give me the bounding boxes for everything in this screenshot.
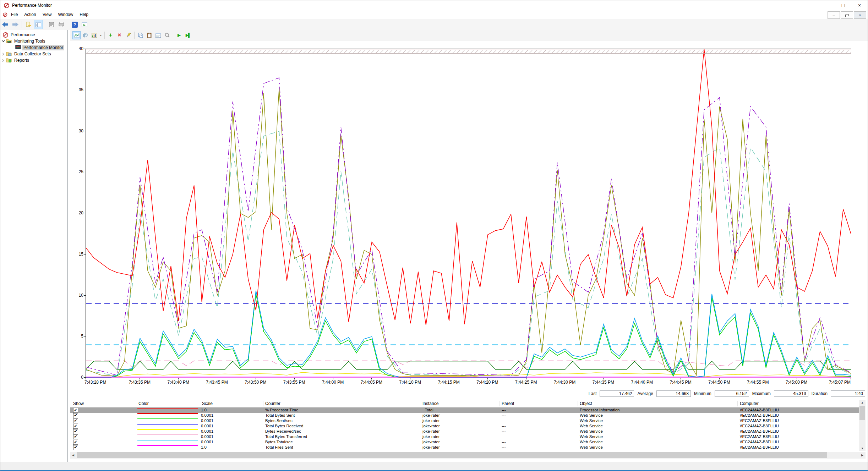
col-header-object[interactable]: Object <box>580 401 592 406</box>
col-header-computer[interactable]: Computer <box>740 401 759 406</box>
col-header-scale[interactable]: Scale <box>202 401 213 406</box>
instance-cell: joke-rater <box>422 434 440 439</box>
col-header-parent[interactable]: Parent <box>502 401 514 406</box>
tree-item-label: Performance <box>10 32 36 38</box>
mdi-window-controls: – × <box>828 11 866 19</box>
scrollbar-thumb[interactable] <box>77 452 827 458</box>
view-chart-icon[interactable] <box>72 31 81 39</box>
counter-color-swatch <box>137 418 198 419</box>
instance-cell: joke-rater <box>422 424 440 428</box>
x-tick-label: 7:43:28 PM <box>84 380 106 385</box>
menu-action[interactable]: Action <box>21 11 39 18</box>
show-checkbox[interactable]: ✔ <box>73 434 78 439</box>
last-label: Last <box>589 391 597 396</box>
maximize-button[interactable]: □ <box>835 0 851 10</box>
show-checkbox[interactable]: ✔ <box>73 408 78 413</box>
show-checkbox[interactable]: ✔ <box>73 418 78 423</box>
show-checkbox[interactable]: ✔ <box>73 445 78 450</box>
close-button[interactable]: × <box>851 0 868 10</box>
counter-row-bytes-received-sec[interactable]: ✔0.0001Bytes Received/secjoke-rater---We… <box>70 429 859 434</box>
show-checkbox[interactable]: ✔ <box>73 413 78 418</box>
print-icon[interactable] <box>57 20 66 29</box>
back-icon[interactable] <box>1 20 10 29</box>
forward-icon[interactable] <box>11 20 20 29</box>
y-tick-mark <box>84 336 86 336</box>
new-window-icon[interactable] <box>80 20 89 29</box>
zoom-icon[interactable] <box>163 31 171 39</box>
tree-item-label: Reports <box>13 57 30 63</box>
mdi-close-button[interactable]: × <box>854 11 866 19</box>
freeze-display-icon[interactable]: ▶ <box>175 31 183 39</box>
counter-row-total-files-sent[interactable]: ✔1.0Total Files Sentjoke-rater---Web Ser… <box>70 445 859 450</box>
tree-item-data-collector-sets[interactable]: Data Collector Sets <box>0 51 67 57</box>
parent-cell: --- <box>502 445 506 449</box>
legend-horizontal-scrollbar[interactable]: ◀ ▶ <box>70 452 866 459</box>
tree-item-monitoring-tools[interactable]: Monitoring Tools <box>0 38 67 44</box>
counter-cell: Total Bytes Received <box>265 424 303 428</box>
object-cell: Web Service <box>580 418 603 423</box>
counter-row-total-bytes-received[interactable]: ✔0.0001Total Bytes Receivedjoke-rater---… <box>70 423 859 429</box>
show-checkbox[interactable]: ✔ <box>73 429 78 434</box>
col-header-instance[interactable]: Instance <box>422 401 438 406</box>
scrollbar-thumb[interactable] <box>859 406 865 420</box>
col-header-color[interactable]: Color <box>138 401 149 406</box>
chevron-down-icon[interactable] <box>0 38 6 44</box>
mdi-minimize-button[interactable]: – <box>828 11 840 19</box>
export-list-icon[interactable] <box>24 20 33 29</box>
chart-type-caret[interactable]: ▾ <box>99 31 103 39</box>
x-tick-mark <box>487 378 488 379</box>
mdi-restore-button[interactable] <box>841 11 853 19</box>
tree-item-performance[interactable]: Performance <box>0 32 67 38</box>
minimize-button[interactable]: – <box>819 0 835 10</box>
duration-value: 1:40 <box>831 390 865 397</box>
legend-vertical-scrollbar[interactable]: ▲ ▼ <box>859 400 866 451</box>
col-header-show[interactable]: Show <box>73 401 84 406</box>
view-report-icon[interactable] <box>90 31 98 39</box>
paste-counter-list-icon[interactable] <box>145 31 153 39</box>
menu-help[interactable]: Help <box>76 11 92 18</box>
chevron-right-icon[interactable] <box>0 51 6 57</box>
col-header-counter[interactable]: Counter <box>265 401 280 406</box>
show-hide-console-tree-icon[interactable] <box>34 20 43 29</box>
counter-row-bytes-total-sec[interactable]: ✔0.0001Bytes Total/secjoke-rater---Web S… <box>70 439 859 445</box>
help-icon[interactable]: ? <box>70 20 79 29</box>
x-tick-label: 7:44:10 PM <box>399 380 421 385</box>
properties-icon[interactable] <box>47 20 56 29</box>
y-tick-label: 10 <box>71 293 83 298</box>
delete-counter-icon[interactable]: × <box>115 31 124 39</box>
show-checkbox[interactable]: ✔ <box>73 440 78 445</box>
y-tick-label: 25 <box>71 169 83 174</box>
tree-item-reports[interactable]: Reports <box>0 57 67 64</box>
counter-row-total-bytes-sent[interactable]: ✔0.0001Total Bytes Sentjoke-rater---Web … <box>70 413 859 418</box>
y-tick-label: 5 <box>71 334 83 339</box>
counter-row-bytes-sent-sec[interactable]: ✔0.0001Bytes Sent/secjoke-rater---Web Se… <box>70 418 859 423</box>
series--processor-time <box>86 49 851 325</box>
show-checkbox[interactable]: ✔ <box>73 424 78 429</box>
copy-properties-icon[interactable] <box>136 31 144 39</box>
y-tick-label: 15 <box>71 252 83 257</box>
scale-cell: 1.0 <box>201 408 207 412</box>
view-histogram-icon[interactable] <box>81 31 89 39</box>
highlight-icon[interactable] <box>124 31 132 39</box>
x-tick-mark <box>140 378 140 379</box>
counter-row-total-bytes-transferred[interactable]: ✔0.0001Total Bytes Transferredjoke-rater… <box>70 434 859 439</box>
update-data-icon[interactable]: ▶▌ <box>184 31 192 39</box>
computer-cell: \\EC2AMAZ-B3FLLIU <box>740 408 779 412</box>
scale-cell: 0.0001 <box>201 434 213 439</box>
tree-item-performance-monitor[interactable]: Performance Monitor <box>0 44 67 51</box>
properties-icon[interactable] <box>154 31 162 39</box>
counter-row--processor-time[interactable]: ✔1.0% Processor Time_Total---Processor I… <box>70 407 859 413</box>
menu-window[interactable]: Window <box>55 11 77 18</box>
menu-file[interactable]: File <box>8 11 21 18</box>
chevron-right-icon[interactable] <box>0 57 6 63</box>
scroll-right-icon[interactable]: ▶ <box>859 452 866 459</box>
scroll-up-icon[interactable]: ▲ <box>859 400 866 405</box>
menu-view[interactable]: View <box>39 11 55 18</box>
instance-cell: joke-rater <box>422 440 440 444</box>
scroll-left-icon[interactable]: ◀ <box>70 452 76 459</box>
add-counter-icon[interactable]: + <box>107 31 115 39</box>
instance-cell: joke-rater <box>422 418 440 423</box>
y-tick-label: 30 <box>71 128 83 133</box>
scroll-down-icon[interactable]: ▼ <box>859 446 866 451</box>
counter-cell: Bytes Total/sec <box>265 440 293 444</box>
